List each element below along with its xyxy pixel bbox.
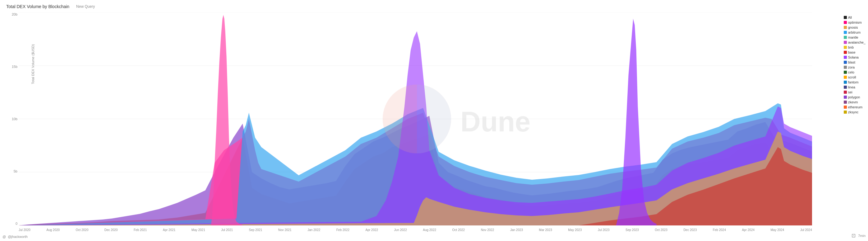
x-tick-14: Jun 2022 <box>394 228 407 232</box>
legend-color-solana <box>844 56 847 59</box>
y-axis: 20b 15b 10b 5b 0 <box>6 12 19 225</box>
legend-item-zora[interactable]: zora <box>844 65 866 69</box>
x-tick-7: May 2021 <box>191 228 205 232</box>
legend-color-fantom <box>844 81 847 84</box>
chart-area: Dune <box>19 12 812 225</box>
legend-label-polygon: polygon <box>848 95 860 99</box>
legend-label-zora: zora <box>848 65 855 69</box>
legend-label-zksync: zksync <box>848 110 859 114</box>
legend-label-bnb: bnb <box>848 46 854 49</box>
legend-item-all[interactable]: All <box>844 16 866 19</box>
legend-label-ethereum: ethereum <box>848 105 862 109</box>
legend-item-mantle[interactable]: mantle <box>844 35 866 39</box>
legend-label-fantom: fantom <box>848 80 859 84</box>
legend-item-ethereum[interactable]: ethereum <box>844 105 866 109</box>
x-tick-4: Dec 2020 <box>104 228 118 232</box>
legend-label-scroll: scroll <box>848 75 856 79</box>
y-tick-10b: 10b <box>12 117 19 121</box>
legend-label-solana: Solana <box>848 55 859 59</box>
legend-color-arbitrum <box>844 31 847 34</box>
x-tick-12: Feb 2022 <box>336 228 349 232</box>
legend-label-arbitrum: arbitrum <box>848 30 861 34</box>
x-tick-3: Oct 2020 <box>76 228 89 232</box>
chart-header: Total DEX Volume by Blockchain New Query <box>6 4 97 9</box>
svg-text:Dune: Dune <box>460 106 530 137</box>
legend: All optimism gnosis arbitrum mantle aval… <box>844 16 866 114</box>
legend-color-ethereum <box>844 106 847 109</box>
x-tick-28: Jul 2024 <box>800 228 812 232</box>
x-tick-11: Jan 2022 <box>307 228 320 232</box>
legend-label-gnosis: gnosis <box>848 26 858 29</box>
x-tick-8: Jul 2021 <box>221 228 233 232</box>
legend-color-scroll <box>844 76 847 79</box>
x-tick-25: Feb 2024 <box>713 228 726 232</box>
legend-item-bnb[interactable]: bnb <box>844 46 866 49</box>
x-tick-5: Feb 2021 <box>134 228 147 232</box>
legend-color-zksync <box>844 110 847 114</box>
legend-color-celo <box>844 71 847 74</box>
footer-username: @jhackworth <box>8 235 28 239</box>
x-tick-20: May 2023 <box>568 228 582 232</box>
legend-color-avalanche <box>844 41 847 44</box>
x-tick-15: Aug 2022 <box>423 228 436 232</box>
legend-item-optimism[interactable]: optimism <box>844 21 866 24</box>
legend-item-zksync[interactable]: zksync <box>844 110 866 114</box>
x-tick-17: Nov 2022 <box>481 228 494 232</box>
legend-item-solana[interactable]: Solana <box>844 55 866 59</box>
x-tick-24: Dec 2023 <box>683 228 697 232</box>
x-tick-13: Apr 2022 <box>366 228 378 232</box>
legend-color-mantle <box>844 36 847 39</box>
legend-color-zora <box>844 66 847 69</box>
x-tick-18: Jan 2023 <box>510 228 523 232</box>
footer: @ @jhackworth <box>2 235 28 239</box>
legend-item-scroll[interactable]: scroll <box>844 75 866 79</box>
legend-color-linea <box>844 86 847 89</box>
legend-label-blast: blast <box>848 60 855 64</box>
legend-label-avalanche: avalanche_ <box>848 41 866 44</box>
x-tick-1: Jul 2020 <box>19 228 30 232</box>
legend-label-all: All <box>848 16 852 19</box>
legend-item-avalanche[interactable]: avalanche_ <box>844 41 866 44</box>
new-query-button[interactable]: New Query <box>74 4 97 9</box>
legend-item-arbitrum[interactable]: arbitrum <box>844 30 866 34</box>
legend-item-gnosis[interactable]: gnosis <box>844 26 866 29</box>
legend-item-celo[interactable]: celo <box>844 70 866 74</box>
chart-svg: Dune <box>19 12 812 225</box>
legend-label-optimism: optimism <box>848 21 862 24</box>
legend-label-zkevm: zkevm <box>848 100 858 104</box>
footer-icons: ⊡ 7min <box>851 233 866 239</box>
x-tick-9: Sep 2021 <box>249 228 262 232</box>
legend-color-base <box>844 51 847 54</box>
x-tick-6: Apr 2021 <box>163 228 176 232</box>
legend-color-bnb <box>844 46 847 49</box>
legend-label-mantle: mantle <box>848 35 858 39</box>
legend-label-linea: linea <box>848 85 855 89</box>
legend-item-base[interactable]: base <box>844 50 866 54</box>
legend-color-polygon <box>844 96 847 99</box>
x-axis: Jul 2020 Aug 2020 Oct 2020 Dec 2020 Feb … <box>19 228 812 232</box>
x-tick-19: Mar 2023 <box>539 228 552 232</box>
legend-color-sei <box>844 90 847 94</box>
chart-title: Total DEX Volume by Blockchain <box>6 4 69 9</box>
footer-at-icon: @ <box>2 235 6 239</box>
x-tick-22: Sep 2023 <box>625 228 639 232</box>
legend-item-blast[interactable]: blast <box>844 60 866 64</box>
x-tick-21: Jul 2023 <box>598 228 610 232</box>
y-tick-0: 0 <box>16 222 19 225</box>
legend-color-blast <box>844 61 847 64</box>
x-tick-27: May 2024 <box>771 228 784 232</box>
legend-item-polygon[interactable]: polygon <box>844 95 866 99</box>
legend-item-zkevm[interactable]: zkevm <box>844 100 866 104</box>
y-tick-20b: 20b <box>12 12 19 16</box>
camera-icon[interactable]: ⊡ <box>851 233 856 239</box>
x-tick-23: Oct 2023 <box>655 228 668 232</box>
legend-item-sei[interactable]: sei <box>844 90 866 94</box>
legend-item-fantom[interactable]: fantom <box>844 80 866 84</box>
legend-item-linea[interactable]: linea <box>844 85 866 89</box>
x-tick-10: Nov 2021 <box>278 228 291 232</box>
y-tick-5b: 5b <box>14 169 19 173</box>
x-tick-26: Apr 2024 <box>742 228 754 232</box>
legend-color-zkevm <box>844 101 847 104</box>
legend-label-sei: sei <box>848 90 852 94</box>
y-tick-15b: 15b <box>12 65 19 69</box>
